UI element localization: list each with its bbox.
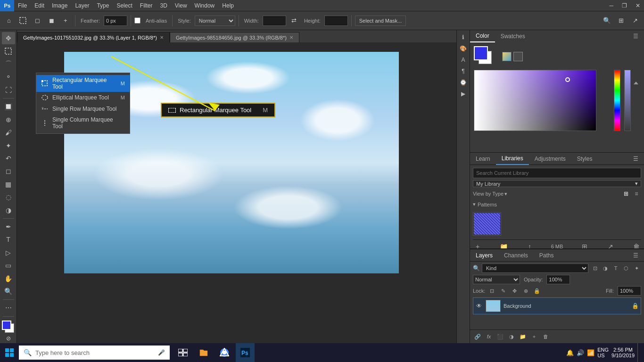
lib-tab-adjustments[interactable]: Adjustments <box>529 153 571 165</box>
layers-kind-select[interactable]: Kind <box>482 263 588 273</box>
list-view-btn[interactable]: ≡ <box>632 189 641 198</box>
panel-color-btn[interactable]: 🎨 <box>458 43 469 54</box>
foreground-color-swatch[interactable] <box>2 321 11 330</box>
color-tab-color[interactable]: Color <box>470 30 495 42</box>
lock-all-btn[interactable]: 🔒 <box>532 286 542 296</box>
default-colors-btn[interactable]: ⊘ <box>4 334 13 343</box>
crop-tool[interactable]: ⛶ <box>2 84 15 96</box>
app-logo[interactable]: Ps <box>0 0 14 11</box>
add-selection-btn[interactable]: + <box>59 15 72 27</box>
color-panel-menu[interactable]: ☰ <box>627 30 644 42</box>
grid-view-btn[interactable]: ⊞ <box>621 189 631 198</box>
share-btn[interactable]: ↗ <box>629 15 641 27</box>
taskbar-chrome[interactable] <box>215 343 234 362</box>
layers-tab-paths[interactable]: Paths <box>534 249 560 262</box>
menu-select[interactable]: Select <box>113 0 136 11</box>
menu-type[interactable]: Type <box>93 0 113 11</box>
marquee-tool[interactable] <box>2 45 15 57</box>
clone-stamp-tool[interactable]: ✦ <box>2 139 15 151</box>
pen-tool[interactable]: ✒ <box>2 221 15 233</box>
panel-actions-btn[interactable]: ▶ <box>458 89 469 99</box>
tab-0[interactable]: GettyImages-1017551032.jpg @ 33.3% (Laye… <box>17 32 170 42</box>
lock-paint-btn[interactable]: ✎ <box>498 286 508 296</box>
blur-tool[interactable]: ◌ <box>2 191 15 203</box>
height-input[interactable] <box>324 16 348 26</box>
taskbar-task-view[interactable] <box>173 343 192 362</box>
lib-grid-btn[interactable]: ⊞ <box>580 242 589 248</box>
shape-filter-icon[interactable]: ⬡ <box>621 263 631 273</box>
lib-import-btn[interactable]: ↑ <box>525 242 534 248</box>
window-restore[interactable]: ❐ <box>618 0 631 11</box>
opacity-input[interactable] <box>546 275 570 284</box>
window-minimize[interactable]: ─ <box>605 0 617 11</box>
eraser-tool[interactable]: ◻ <box>2 165 15 177</box>
taskbar-search-box[interactable]: 🔍 Type here to search 🎤 <box>19 346 170 360</box>
start-button[interactable] <box>0 343 19 362</box>
lib-tab-learn[interactable]: Learn <box>470 153 496 165</box>
smart-filter-icon[interactable]: ✦ <box>632 263 641 273</box>
menu-window[interactable]: Window <box>191 0 219 11</box>
library-search-input[interactable] <box>473 168 641 178</box>
menu-image[interactable]: Image <box>48 0 71 11</box>
path-select-tool[interactable]: ▷ <box>2 247 15 259</box>
lock-position-btn[interactable]: ⊕ <box>521 286 530 296</box>
lasso-tool[interactable]: ⌒ <box>2 58 15 70</box>
move-tool[interactable]: ✥ <box>2 32 15 44</box>
layer-link-btn[interactable]: 🔗 <box>473 332 482 341</box>
color-gradient[interactable] <box>474 70 596 131</box>
layer-adjustment-btn[interactable]: ◑ <box>507 332 516 341</box>
flyout-item-3[interactable]: Single Column Marquee Tool <box>36 115 130 132</box>
menu-help[interactable]: Help <box>218 0 238 11</box>
new-selection-btn[interactable]: ◼ <box>45 15 58 27</box>
lib-folder-btn[interactable]: 📁 <box>499 242 508 248</box>
layers-panel-menu[interactable]: ☰ <box>627 249 644 262</box>
brush-tool[interactable]: 🖌 <box>2 126 15 139</box>
history-brush-tool[interactable]: ↶ <box>2 152 15 165</box>
lib-share-btn[interactable]: ↗ <box>606 242 615 248</box>
window-close[interactable]: ✕ <box>632 0 644 11</box>
lib-delete-btn[interactable]: 🗑 <box>632 242 641 248</box>
layers-tab-layers[interactable]: Layers <box>470 249 498 262</box>
home-button[interactable]: ⌂ <box>3 15 15 27</box>
taskbar-volume[interactable]: 🔊 <box>577 349 584 356</box>
menu-edit[interactable]: Edit <box>31 0 48 11</box>
lock-transparency-btn[interactable]: ⊡ <box>487 286 496 296</box>
patterns-section-header[interactable]: ▾ Patterns <box>473 200 641 208</box>
width-input[interactable] <box>263 16 286 26</box>
flyout-item-0[interactable]: Rectangular Marquee Tool M <box>36 75 130 92</box>
layer-group-btn[interactable]: 📁 <box>518 332 528 341</box>
dodge-tool[interactable]: ◑ <box>2 204 15 216</box>
menu-filter[interactable]: Filter <box>136 0 157 11</box>
taskbar-show-desktop[interactable] <box>637 343 640 362</box>
gradient-preview[interactable] <box>502 52 512 61</box>
lib-add-btn[interactable]: + <box>473 242 482 248</box>
menu-3d[interactable]: 3D <box>156 0 171 11</box>
gradient-tool[interactable]: ▦ <box>2 178 15 190</box>
color-spectrum[interactable] <box>474 70 609 131</box>
lib-tab-styles[interactable]: Styles <box>571 153 598 165</box>
lib-tab-libraries[interactable]: Libraries <box>496 153 529 165</box>
shape-tool[interactable]: ▭ <box>2 259 15 272</box>
view-by-type[interactable]: View by Type ▾ <box>473 191 507 197</box>
library-dropdown[interactable]: My Library ▾ <box>473 180 641 187</box>
adjustment-filter-icon[interactable]: ◑ <box>601 263 610 273</box>
text-tool[interactable]: T <box>2 233 15 246</box>
tab-1[interactable]: GettyImages-985184656.jpg @ 33.3% (RGB/8… <box>170 32 299 42</box>
alpha-slider[interactable] <box>624 70 631 131</box>
healing-brush-tool[interactable]: ⊕ <box>2 113 15 125</box>
antialias-checkbox[interactable] <box>134 17 140 24</box>
layers-tab-channels[interactable]: Channels <box>498 249 534 262</box>
taskbar-explorer[interactable] <box>194 343 213 362</box>
foreground-color-box[interactable] <box>474 46 488 60</box>
fill-input[interactable] <box>618 286 641 296</box>
feather-btn[interactable]: ◻ <box>31 15 43 27</box>
layer-fx-btn[interactable]: fx <box>484 332 494 341</box>
hand-tool[interactable]: ✋ <box>2 272 15 284</box>
swap-dimensions-btn[interactable]: ⇄ <box>288 15 300 27</box>
extra-tools[interactable]: ⋯ <box>2 302 15 314</box>
text-filter-icon[interactable]: T <box>611 263 620 273</box>
panel-info-btn[interactable]: ℹ <box>458 32 469 42</box>
feather-input[interactable] <box>104 16 127 26</box>
style-select[interactable]: NormalFixed RatioFixed Size <box>195 16 235 26</box>
flyout-item-1[interactable]: Elliptical Marquee Tool M <box>36 92 130 103</box>
